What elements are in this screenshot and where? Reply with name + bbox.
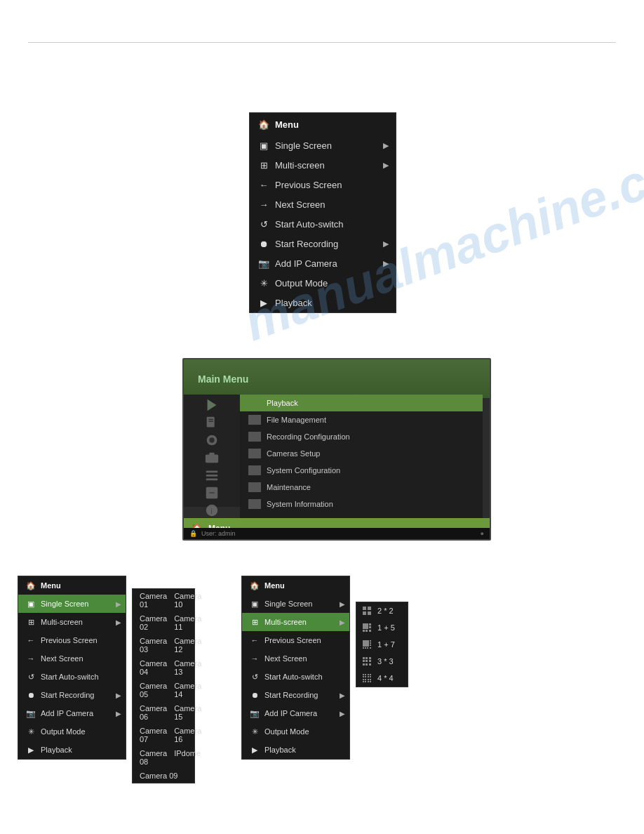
br-single-screen-icon: ▣ — [249, 598, 260, 609]
main-menu-header: Main Menu — [184, 359, 490, 398]
single-screen-icon: ▣ — [258, 140, 269, 151]
svg-rect-26 — [363, 640, 369, 647]
bl-multi-screen[interactable]: ⊞ Multi-screen ▶ — [18, 613, 126, 631]
prev-screen-icon: ← — [258, 179, 269, 190]
bl-playback[interactable]: ▶ Playback — [18, 741, 126, 759]
cam-row-9[interactable]: Camera 09 — [133, 769, 194, 783]
mm-item-playback[interactable]: Playback — [240, 395, 483, 411]
bl-start-recording[interactable]: ⏺ Start Recording ▶ — [18, 686, 126, 704]
mm-item-file-management[interactable]: File Management — [240, 411, 483, 428]
bl-next-screen[interactable]: → Next Screen — [18, 649, 126, 668]
mm-item-rec-config[interactable]: Recording Configuration — [240, 428, 483, 445]
svg-rect-31 — [365, 647, 366, 649]
cam-row-3[interactable]: Camera 03 Camera 12 — [133, 634, 194, 656]
svg-rect-35 — [365, 657, 368, 659]
br-next-screen[interactable]: → Next Screen — [242, 649, 349, 668]
cam-row-5[interactable]: Camera 05 Camera 14 — [133, 679, 194, 701]
svg-rect-34 — [363, 657, 365, 659]
svg-rect-16 — [363, 607, 366, 610]
br-single-screen[interactable]: ▣ Single Screen ▶ — [242, 595, 349, 613]
br-playback[interactable]: ▶ Playback — [242, 741, 349, 759]
svg-rect-25 — [369, 630, 371, 632]
svg-rect-50 — [370, 676, 371, 677]
bl-playback-icon: ▶ — [25, 744, 36, 755]
mm-item-maintenance[interactable]: Maintenance — [240, 479, 483, 496]
bl-multi-screen-icon: ⊞ — [25, 616, 36, 628]
bl-single-screen-icon: ▣ — [25, 598, 36, 609]
svg-rect-27 — [370, 640, 371, 642]
ms-item-2x2[interactable]: 2 * 2 — [356, 602, 408, 619]
cam-row-4[interactable]: Camera 04 Camera 13 — [133, 656, 194, 679]
br-start-recording[interactable]: ⏺ Start Recording ▶ — [242, 686, 349, 704]
br-prev-screen[interactable]: ← Previous Screen — [242, 631, 349, 649]
svg-rect-23 — [363, 630, 365, 632]
cam-row-2[interactable]: Camera 02 Camera 11 — [133, 611, 194, 634]
menu-item-autoswitch[interactable]: ↺ Start Auto-switch — [250, 214, 396, 234]
sidebar-playback-icon — [191, 397, 233, 413]
cam-row-7[interactable]: Camera 07 Camera 16 — [133, 724, 194, 746]
bl-output-icon: ✳ — [25, 726, 36, 737]
br-autoswitch[interactable]: ↺ Start Auto-switch — [242, 668, 349, 686]
mm-item-cameras-setup[interactable]: Cameras Setup — [240, 445, 483, 462]
svg-rect-48 — [365, 676, 366, 677]
bl-add-ip-camera[interactable]: 📷 Add IP Camera ▶ — [18, 704, 126, 722]
svg-point-5 — [209, 437, 214, 442]
mm-item-sys-info[interactable]: System Information — [240, 496, 483, 512]
br-output-mode[interactable]: ✳ Output Mode — [242, 722, 349, 741]
svg-rect-24 — [365, 630, 368, 632]
ms-item-4x4[interactable]: 4 * 4 — [356, 670, 408, 687]
ms-item-1plus7[interactable]: 1 + 7 — [356, 636, 408, 653]
menu-item-output-mode[interactable]: ✳ Output Mode — [250, 273, 396, 293]
menu-item-single-screen[interactable]: ▣ Single Screen ▶ — [250, 135, 396, 155]
br-arrow-6: ▶ — [340, 710, 345, 717]
svg-rect-30 — [363, 647, 364, 649]
bl-recording-icon: ⏺ — [25, 689, 36, 701]
menu-item-prev-screen[interactable]: ← Previous Screen — [250, 175, 396, 194]
menu-item-playback[interactable]: ▶ Playback — [250, 293, 396, 312]
bl-arrow-1: ▶ — [116, 618, 121, 626]
br-add-ip-camera[interactable]: 📷 Add IP Camera ▶ — [242, 704, 349, 722]
mm-maint-icon — [248, 482, 261, 492]
svg-rect-55 — [363, 681, 364, 682]
bl-single-screen[interactable]: ▣ Single Screen ▶ — [18, 595, 126, 613]
svg-rect-18 — [363, 611, 366, 615]
svg-rect-51 — [363, 679, 364, 680]
mm-item-sys-config[interactable]: System Configuration — [240, 462, 483, 479]
ms-item-3x3[interactable]: 3 * 3 — [356, 653, 408, 670]
svg-rect-56 — [365, 681, 366, 682]
br-recording-icon: ⏺ — [249, 689, 260, 701]
bl-output-mode[interactable]: ✳ Output Mode — [18, 722, 126, 741]
ip-camera-icon: 📷 — [258, 258, 269, 269]
svg-rect-44 — [365, 674, 366, 675]
svg-rect-57 — [368, 681, 369, 682]
main-menu-items-list: Playback File Management Recording Confi… — [240, 395, 483, 518]
grid-1plus5-icon — [362, 623, 372, 633]
br-multi-screen[interactable]: ⊞ Multi-screen ▶ — [242, 613, 349, 631]
sidebar-file-icon — [191, 415, 233, 430]
arrow-icon-1: ▶ — [383, 161, 389, 170]
svg-rect-47 — [363, 676, 364, 677]
multi-screen-icon: ⊞ — [258, 159, 269, 171]
cam-row-1[interactable]: Camera 01 Camera 10 — [133, 589, 194, 611]
cam-row-6[interactable]: Camera 06 Camera 15 — [133, 701, 194, 724]
bl-prev-screen[interactable]: ← Previous Screen — [18, 631, 126, 649]
arrow-icon-5: ▶ — [383, 239, 389, 249]
svg-rect-46 — [370, 674, 371, 675]
menu-item-start-recording[interactable]: ⏺ Start Recording ▶ — [250, 234, 396, 253]
br-next-icon: → — [249, 653, 260, 664]
svg-rect-43 — [363, 674, 364, 675]
ms-item-1plus5[interactable]: 1 + 5 — [356, 619, 408, 636]
bl-ip-cam-icon: 📷 — [25, 708, 36, 719]
cam-row-8[interactable]: Camera 08 IPdome — [133, 746, 194, 769]
main-menu-box: Main Menu i Playback — [182, 358, 491, 541]
svg-rect-29 — [370, 644, 371, 646]
menu-item-next-screen[interactable]: → Next Screen — [250, 194, 396, 214]
bl-autoswitch[interactable]: ↺ Start Auto-switch — [18, 668, 126, 686]
svg-rect-42 — [369, 663, 371, 666]
br-multi-screen-icon: ⊞ — [249, 616, 260, 628]
menu-item-add-ip-camera[interactable]: 📷 Add IP Camera ▶ — [250, 253, 396, 273]
svg-marker-0 — [208, 399, 217, 411]
svg-rect-28 — [370, 642, 371, 644]
bl-arrow-5: ▶ — [116, 691, 121, 699]
menu-item-multi-screen[interactable]: ⊞ Multi-screen ▶ — [250, 155, 396, 175]
